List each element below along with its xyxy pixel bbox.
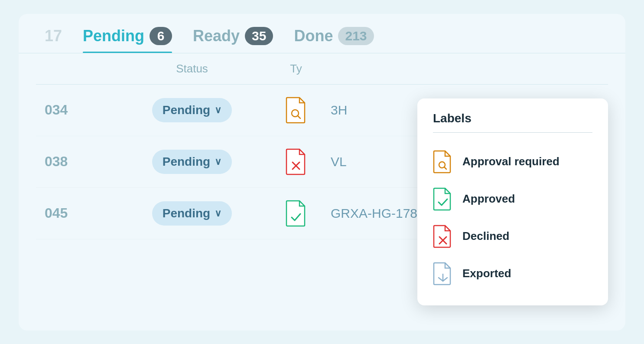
label-item-approved[interactable]: Approved: [433, 180, 592, 218]
main-container: 17 Pending 6 Ready 35 Done 213 Status Ty…: [19, 14, 625, 331]
chevron-icon-045: ∨: [215, 208, 221, 219]
col-status: Status: [123, 62, 261, 75]
label-approved-text: Approved: [462, 192, 515, 206]
label-declined-text: Declined: [462, 229, 509, 243]
chevron-icon-038: ∨: [215, 156, 221, 167]
approval-required-icon: [285, 97, 307, 124]
declined-icon: [285, 148, 307, 175]
tab-pending-label: Pending: [83, 27, 144, 45]
approved-label-icon: [433, 187, 453, 211]
col-extra: [331, 62, 599, 75]
tab-first[interactable]: 17: [45, 27, 62, 53]
tab-pending[interactable]: Pending 6: [83, 27, 172, 53]
exported-label-icon: [433, 262, 453, 285]
label-approval-required-text: Approval required: [462, 155, 559, 168]
status-label-038: Pending: [163, 155, 210, 169]
label-exported-text: Exported: [462, 267, 511, 280]
declined-label-icon: [433, 225, 453, 248]
dropdown-divider: [433, 132, 592, 133]
tab-bar: 17 Pending 6 Ready 35 Done 213: [19, 14, 625, 53]
status-label-045: Pending: [163, 206, 210, 220]
labels-dropdown: Labels Approval required Approved: [417, 98, 608, 305]
row-status-038: Pending ∨: [123, 150, 261, 174]
table-header: Status Ty: [36, 53, 608, 85]
chevron-icon-034: ∨: [215, 105, 221, 116]
status-badge-038[interactable]: Pending ∨: [152, 150, 232, 174]
col-type: Ty: [261, 62, 331, 75]
col-id: [45, 62, 123, 75]
dropdown-title: Labels: [433, 111, 592, 125]
status-label-034: Pending: [163, 103, 210, 117]
status-badge-045[interactable]: Pending ∨: [152, 201, 232, 226]
tab-done-label: Done: [294, 27, 333, 45]
tab-done-badge: 213: [338, 27, 374, 45]
tab-done[interactable]: Done 213: [294, 27, 374, 53]
row-icon-034: [261, 97, 331, 124]
row-id-045: 045: [45, 205, 123, 221]
tab-ready[interactable]: Ready 35: [193, 27, 273, 53]
approved-icon: [285, 200, 307, 227]
approval-required-label-icon: [433, 150, 453, 174]
row-id-034: 034: [45, 102, 123, 118]
status-badge-034[interactable]: Pending ∨: [152, 98, 232, 122]
tab-first-count: 17: [45, 27, 62, 45]
label-item-approval-required[interactable]: Approval required: [433, 143, 592, 180]
row-status-034: Pending ∨: [123, 98, 261, 122]
label-item-declined[interactable]: Declined: [433, 218, 592, 255]
row-id-038: 038: [45, 154, 123, 170]
tab-ready-badge: 35: [245, 27, 273, 45]
label-item-exported[interactable]: Exported: [433, 255, 592, 292]
tab-ready-label: Ready: [193, 27, 240, 45]
tab-pending-badge: 6: [150, 27, 172, 45]
row-icon-045: [261, 200, 331, 227]
row-icon-038: [261, 148, 331, 175]
row-status-045: Pending ∨: [123, 201, 261, 226]
